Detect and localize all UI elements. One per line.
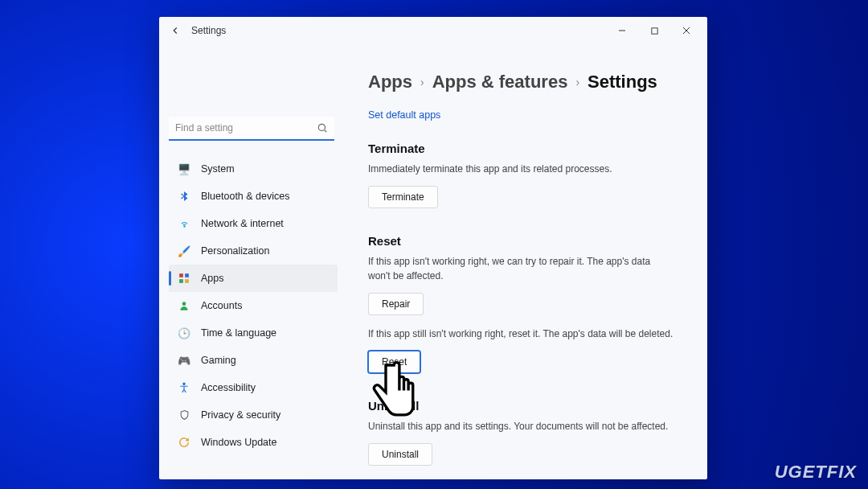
chevron-right-icon: › xyxy=(575,76,579,88)
reset-button[interactable]: Reset xyxy=(368,351,420,373)
reset-title: Reset xyxy=(368,234,683,248)
window-controls xyxy=(606,19,702,42)
sidebar-item-label: Windows Update xyxy=(201,437,277,448)
titlebar: Settings xyxy=(159,17,707,44)
shield-icon xyxy=(177,408,191,422)
sidebar-item-windows-update[interactable]: Windows Update xyxy=(169,429,338,456)
sidebar-item-bluetooth[interactable]: Bluetooth & devices xyxy=(169,183,338,210)
search-input[interactable] xyxy=(169,117,334,141)
search-wrap xyxy=(169,117,334,141)
sidebar-item-label: Accessibility xyxy=(201,382,256,393)
update-icon xyxy=(177,435,191,450)
svg-point-4 xyxy=(318,124,325,130)
watermark: UGETFIX xyxy=(775,462,857,483)
clock-icon: 🕒 xyxy=(177,326,191,340)
bluetooth-icon xyxy=(177,189,191,203)
sidebar-item-label: Personalization xyxy=(201,245,269,257)
svg-rect-1 xyxy=(651,27,657,33)
accounts-icon xyxy=(177,298,191,313)
back-button[interactable] xyxy=(164,19,186,42)
sidebar-item-label: Time & language xyxy=(201,327,276,339)
uninstall-title: Uninstall xyxy=(368,399,683,413)
gaming-icon: 🎮 xyxy=(177,353,191,368)
breadcrumb: Apps › Apps & features › Settings xyxy=(368,72,683,92)
sidebar-item-network[interactable]: Network & internet xyxy=(169,210,338,237)
sidebar-item-label: Accounts xyxy=(201,300,242,311)
svg-point-6 xyxy=(183,226,184,227)
reset-desc: If this app still isn't working right, r… xyxy=(368,327,674,341)
uninstall-desc: Uninstall this app and its settings. You… xyxy=(368,419,674,434)
uninstall-button[interactable]: Uninstall xyxy=(368,443,432,466)
settings-window: Settings 🖥️ System xyxy=(159,17,707,479)
search-icon xyxy=(317,122,328,137)
sidebar-item-label: Gaming xyxy=(201,355,236,366)
breadcrumb-apps-features[interactable]: Apps & features xyxy=(432,72,568,92)
repair-desc: If this app isn't working right, we can … xyxy=(368,254,674,283)
terminate-button[interactable]: Terminate xyxy=(368,186,438,208)
sidebar-item-personalization[interactable]: 🖌️ Personalization xyxy=(169,237,338,265)
system-icon: 🖥️ xyxy=(177,162,191,176)
sidebar-item-label: System xyxy=(201,163,235,175)
svg-point-11 xyxy=(182,302,186,306)
svg-rect-8 xyxy=(185,273,189,277)
sidebar-item-system[interactable]: 🖥️ System xyxy=(169,155,338,183)
main-content: Apps › Apps & features › Settings Set de… xyxy=(344,44,707,479)
breadcrumb-apps[interactable]: Apps xyxy=(368,72,412,92)
sidebar-item-label: Bluetooth & devices xyxy=(201,191,290,202)
minimize-button[interactable] xyxy=(606,19,638,42)
paint-icon: 🖌️ xyxy=(177,244,191,258)
svg-rect-10 xyxy=(185,279,189,283)
svg-point-12 xyxy=(183,383,185,384)
svg-rect-7 xyxy=(179,273,183,277)
sidebar-item-label: Privacy & security xyxy=(201,409,280,421)
svg-line-5 xyxy=(325,130,327,133)
window-title: Settings xyxy=(191,25,226,36)
sidebar: 🖥️ System Bluetooth & devices Network & … xyxy=(159,44,344,479)
wifi-icon xyxy=(177,216,191,231)
sidebar-item-label: Network & internet xyxy=(201,218,284,229)
svg-rect-9 xyxy=(179,279,183,283)
repair-button[interactable]: Repair xyxy=(368,293,424,315)
sidebar-item-accessibility[interactable]: Accessibility xyxy=(169,374,338,401)
sidebar-nav: 🖥️ System Bluetooth & devices Network & … xyxy=(169,155,344,456)
maximize-button[interactable] xyxy=(638,19,670,42)
sidebar-item-privacy[interactable]: Privacy & security xyxy=(169,401,338,429)
breadcrumb-settings: Settings xyxy=(588,72,657,92)
close-button[interactable] xyxy=(670,19,702,42)
chevron-right-icon: › xyxy=(420,76,424,88)
sidebar-item-time-language[interactable]: 🕒 Time & language xyxy=(169,319,338,347)
accessibility-icon xyxy=(177,380,191,395)
sidebar-item-label: Apps xyxy=(201,273,224,284)
set-default-apps-link[interactable]: Set default apps xyxy=(368,109,440,121)
sidebar-item-accounts[interactable]: Accounts xyxy=(169,292,338,319)
sidebar-item-apps[interactable]: Apps xyxy=(169,265,338,292)
apps-icon xyxy=(177,271,191,286)
terminate-desc: Immediately terminate this app and its r… xyxy=(368,162,674,176)
terminate-title: Terminate xyxy=(368,142,683,155)
sidebar-item-gaming[interactable]: 🎮 Gaming xyxy=(169,347,338,374)
